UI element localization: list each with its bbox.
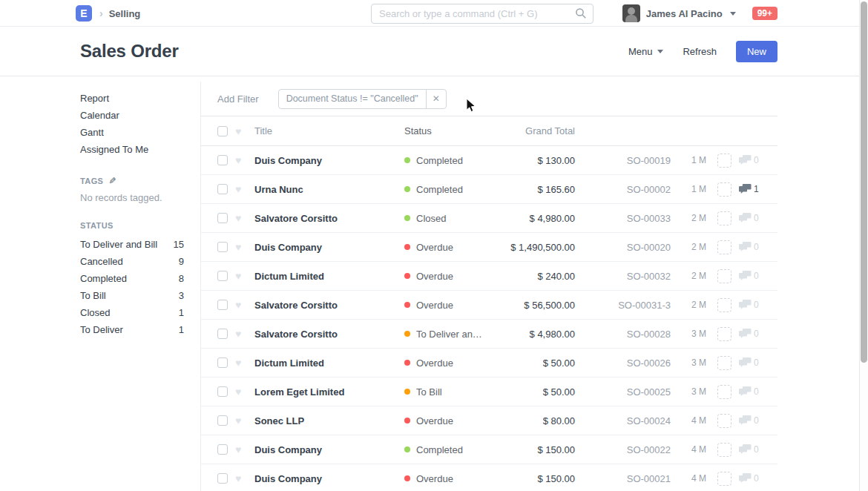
remove-filter-icon[interactable]: ✕ [426, 90, 446, 108]
assign-placeholder[interactable] [717, 182, 731, 197]
new-button[interactable]: New [736, 41, 777, 62]
heart-icon[interactable]: ♥ [235, 415, 246, 426]
row-title-link[interactable]: Duis Company [254, 155, 404, 166]
comments-indicator[interactable]: 0 [739, 300, 759, 310]
filter-chip[interactable]: Document Status != "Cancelled" ✕ [278, 89, 447, 109]
assign-placeholder[interactable] [717, 385, 731, 399]
vertical-scrollbar[interactable] [859, 0, 868, 491]
heart-icon[interactable]: ♥ [235, 126, 246, 136]
row-doc-name[interactable]: SO-00031-3 [575, 300, 671, 311]
assign-placeholder[interactable] [717, 356, 731, 370]
comments-indicator[interactable]: 0 [739, 415, 759, 426]
row-title-link[interactable]: Dictum Limited [254, 271, 404, 282]
heart-icon[interactable]: ♥ [235, 155, 246, 165]
row-title-link[interactable]: Salvatore Corsitto [254, 300, 404, 311]
heart-icon[interactable]: ♥ [235, 357, 246, 368]
comments-indicator[interactable]: 1 [739, 184, 759, 194]
user-avatar[interactable] [622, 4, 640, 22]
row-title-link[interactable]: Salvatore Corsitto [254, 213, 404, 224]
sidebar-view-link[interactable]: Calendar [80, 107, 200, 124]
breadcrumb[interactable]: Selling [109, 8, 141, 19]
heart-icon[interactable]: ♥ [235, 386, 246, 397]
sidebar-view-link[interactable]: Report [80, 90, 200, 107]
row-checkbox[interactable] [217, 415, 228, 426]
row-title-link[interactable]: Duis Company [254, 242, 404, 253]
row-checkbox[interactable] [217, 300, 228, 310]
comments-indicator[interactable]: 0 [739, 213, 759, 223]
row-doc-name[interactable]: SO-00002 [575, 184, 671, 195]
row-doc-name[interactable]: SO-00024 [575, 415, 671, 426]
comments-indicator[interactable]: 0 [739, 357, 759, 368]
assign-placeholder[interactable] [717, 327, 731, 341]
row-doc-name[interactable]: SO-00021 [575, 473, 671, 484]
row-doc-name[interactable]: SO-00019 [575, 155, 671, 166]
edit-tags-icon[interactable]: ✎ [108, 176, 116, 186]
refresh-button[interactable]: Refresh [683, 46, 717, 57]
heart-icon[interactable]: ♥ [235, 184, 246, 194]
user-menu[interactable]: James Al Pacino [646, 8, 723, 19]
comments-indicator[interactable]: 0 [739, 386, 759, 397]
row-doc-name[interactable]: SO-00028 [575, 329, 671, 340]
heart-icon[interactable]: ♥ [235, 329, 246, 339]
row-title-link[interactable]: Duis Company [254, 473, 404, 484]
sidebar-view-link[interactable]: Gantt [80, 124, 200, 141]
assign-placeholder[interactable] [717, 211, 731, 225]
heart-icon[interactable]: ♥ [235, 213, 246, 223]
row-title-link[interactable]: Urna Nunc [254, 184, 404, 195]
row-doc-name[interactable]: SO-00020 [575, 242, 671, 253]
row-checkbox[interactable] [217, 329, 228, 339]
assign-placeholder[interactable] [717, 298, 731, 312]
heart-icon[interactable]: ♥ [235, 300, 246, 310]
row-doc-name[interactable]: SO-00033 [575, 213, 671, 224]
sidebar-status-filter[interactable]: To Bill 3 [80, 287, 184, 304]
app-logo[interactable]: E [76, 5, 92, 22]
add-filter-button[interactable]: Add Filter [217, 93, 259, 105]
sidebar-status-filter[interactable]: Closed 1 [80, 304, 184, 321]
heart-icon[interactable]: ♥ [235, 473, 246, 484]
row-checkbox[interactable] [217, 473, 228, 484]
row-checkbox[interactable] [217, 386, 228, 397]
heart-icon[interactable]: ♥ [235, 271, 246, 281]
comments-indicator[interactable]: 0 [739, 329, 759, 339]
comments-indicator[interactable]: 0 [739, 155, 759, 165]
sidebar-status-filter[interactable]: To Deliver 1 [80, 321, 184, 338]
row-checkbox[interactable] [217, 242, 228, 252]
menu-button[interactable]: Menu [628, 46, 664, 57]
assign-placeholder[interactable] [717, 443, 731, 457]
row-title-link[interactable]: Salvatore Corsitto [254, 329, 404, 340]
row-checkbox[interactable] [217, 184, 228, 194]
row-checkbox[interactable] [217, 213, 228, 223]
comments-indicator[interactable]: 0 [739, 271, 759, 281]
row-doc-name[interactable]: SO-00032 [575, 271, 671, 282]
row-checkbox[interactable] [217, 155, 228, 165]
assign-placeholder[interactable] [717, 154, 731, 168]
assign-placeholder[interactable] [717, 472, 731, 486]
heart-icon[interactable]: ♥ [235, 444, 246, 455]
row-checkbox[interactable] [217, 357, 228, 368]
comments-indicator[interactable]: 0 [739, 444, 759, 455]
row-doc-name[interactable]: SO-00026 [575, 357, 671, 369]
select-all-checkbox[interactable] [217, 126, 228, 136]
comments-indicator[interactable]: 0 [739, 473, 759, 484]
assign-placeholder[interactable] [717, 240, 731, 254]
heart-icon[interactable]: ♥ [235, 242, 246, 252]
assign-placeholder[interactable] [717, 269, 731, 283]
sidebar-status-filter[interactable]: To Deliver and Bill 15 [80, 236, 184, 253]
sidebar-status-filter[interactable]: Cancelled 9 [80, 253, 184, 270]
row-title-link[interactable]: Lorem Eget Limited [254, 386, 404, 398]
global-search-input[interactable] [371, 4, 594, 24]
row-title-link[interactable]: Duis Company [254, 444, 404, 455]
row-doc-name[interactable]: SO-00025 [575, 386, 671, 398]
row-checkbox[interactable] [217, 444, 228, 455]
notifications-badge[interactable]: 99+ [752, 7, 777, 20]
filter-chip-label[interactable]: Document Status != "Cancelled" [279, 93, 426, 104]
sidebar-status-filter[interactable]: Completed 8 [80, 270, 184, 287]
scrollbar-thumb[interactable] [861, 1, 867, 363]
assign-placeholder[interactable] [717, 414, 731, 428]
row-doc-name[interactable]: SO-00022 [575, 444, 671, 455]
row-checkbox[interactable] [217, 271, 228, 281]
comments-indicator[interactable]: 0 [739, 242, 759, 252]
row-title-link[interactable]: Sonec LLP [254, 415, 404, 426]
row-title-link[interactable]: Dictum Limited [254, 357, 404, 369]
sidebar-view-link[interactable]: Assigned To Me [80, 141, 200, 158]
